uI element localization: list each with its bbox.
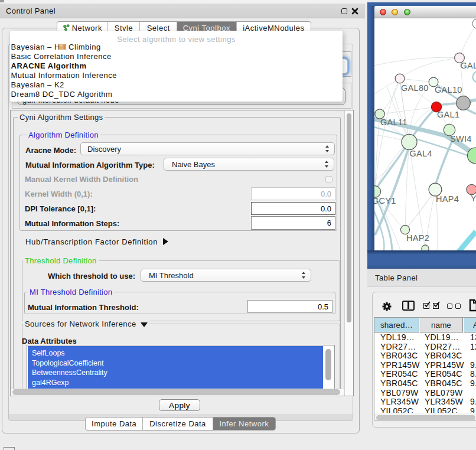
svg-text:HAP2: HAP2: [406, 233, 429, 243]
svg-text:GAL7: GAL7: [461, 61, 476, 70]
svg-text:GAL10: GAL10: [435, 85, 462, 94]
svg-text:HAP4: HAP4: [436, 194, 459, 204]
svg-text:SWI4: SWI4: [450, 134, 472, 144]
svg-text:Y: Y: [471, 194, 476, 203]
svg-text:GAL80: GAL80: [401, 83, 429, 93]
svg-text:GAL11: GAL11: [380, 118, 407, 127]
svg-text:GCY1: GCY1: [374, 196, 396, 206]
svg-text:GAL4: GAL4: [410, 149, 432, 158]
svg-text:GAL1: GAL1: [437, 110, 459, 119]
